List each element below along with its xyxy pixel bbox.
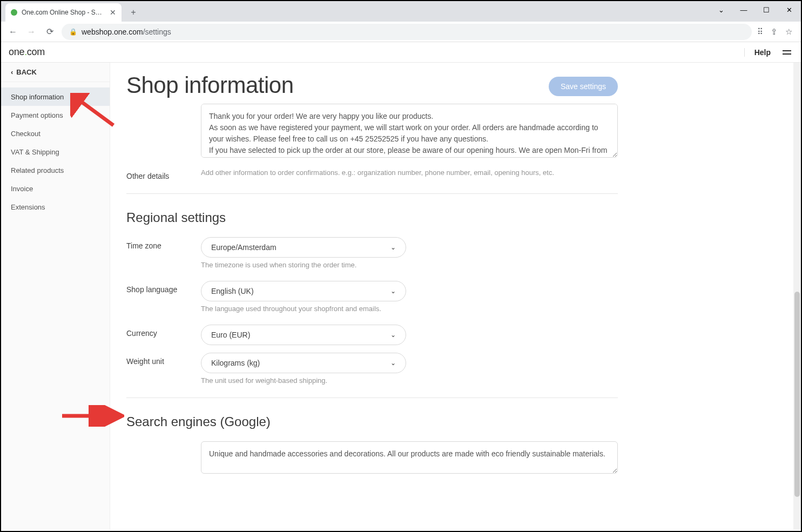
- address-bar-icons: ⠿ ⇪ ☆: [757, 27, 796, 37]
- chevron-down-icon: ⌄: [390, 331, 396, 339]
- maximize-icon[interactable]: ☐: [758, 2, 775, 17]
- tab-bar: One.com Online Shop - Settings ✕ + ⌄ — ☐…: [1, 1, 801, 22]
- seo-description-textarea[interactable]: [201, 441, 618, 474]
- help-link[interactable]: Help: [744, 48, 771, 57]
- chevron-down-icon: ⌄: [390, 359, 396, 367]
- logo[interactable]: one.com: [9, 46, 45, 58]
- save-settings-button[interactable]: Save settings: [549, 77, 618, 96]
- reload-icon[interactable]: ⟳: [43, 25, 56, 38]
- annotation-arrow-top: [70, 93, 119, 131]
- url-input[interactable]: 🔒 webshop.one.com/settings: [62, 24, 752, 40]
- page-title: Shop information: [126, 72, 294, 98]
- hamburger-icon[interactable]: [783, 50, 791, 55]
- window-controls: ⌄ — ☐ ✕: [712, 1, 798, 18]
- back-icon[interactable]: ←: [6, 25, 19, 38]
- svg-line-1: [77, 98, 113, 125]
- language-label: Shop language: [126, 281, 201, 294]
- url-domain: webshop.one.com: [82, 28, 143, 36]
- section-divider: [126, 193, 618, 194]
- lock-icon: 🔒: [69, 28, 77, 36]
- sidebar-item-invoice[interactable]: Invoice: [1, 179, 110, 198]
- browser-tab[interactable]: One.com Online Shop - Settings ✕: [5, 3, 122, 22]
- other-details-placeholder: Add other information to order confirmat…: [201, 169, 554, 177]
- browser-chrome: One.com Online Shop - Settings ✕ + ⌄ — ☐…: [1, 1, 801, 42]
- translate-icon[interactable]: ⠿: [757, 27, 763, 37]
- language-helper: The language used throughout your shopfr…: [201, 305, 618, 313]
- timezone-select[interactable]: Europe/Amsterdam ⌄: [201, 237, 406, 258]
- minimize-icon[interactable]: —: [735, 2, 752, 17]
- main-layout: ‹ BACK Shop information Payment options …: [1, 63, 801, 530]
- sidebar-item-related-products[interactable]: Related products: [1, 161, 110, 179]
- tab-close-icon[interactable]: ✕: [110, 8, 116, 17]
- timezone-helper: The timezone is used when storing the or…: [201, 261, 618, 269]
- new-tab-button[interactable]: +: [126, 5, 141, 20]
- section-divider: [126, 398, 618, 398]
- chevron-down-icon[interactable]: ⌄: [712, 2, 730, 17]
- app-header: one.com Help: [1, 42, 801, 63]
- url-path: /settings: [143, 28, 171, 36]
- content: Shop information Save settings Other det…: [110, 63, 801, 530]
- weight-helper: The unit used for weight-based shipping.: [201, 376, 618, 385]
- share-icon[interactable]: ⇪: [771, 27, 778, 37]
- regional-settings-heading: Regional settings: [126, 210, 618, 225]
- seo-heading: Search engines (Google): [126, 414, 618, 429]
- weight-select[interactable]: Kilograms (kg) ⌄: [201, 353, 406, 373]
- bookmark-icon[interactable]: ☆: [785, 27, 792, 37]
- scrollbar-thumb[interactable]: [794, 292, 800, 497]
- scrollbar-track[interactable]: [793, 63, 801, 530]
- timezone-label: Time zone: [126, 237, 201, 250]
- back-link[interactable]: ‹ BACK: [1, 63, 110, 82]
- forward-icon[interactable]: →: [25, 25, 38, 38]
- close-window-icon[interactable]: ✕: [780, 2, 798, 17]
- tab-title: One.com Online Shop - Settings: [22, 9, 105, 16]
- currency-select[interactable]: Euro (EUR) ⌄: [201, 325, 406, 345]
- language-select[interactable]: English (UK) ⌄: [201, 281, 406, 301]
- tab-favicon: [11, 9, 17, 16]
- address-bar: ← → ⟳ 🔒 webshop.one.com/settings ⠿ ⇪ ☆: [1, 22, 801, 42]
- chevron-down-icon: ⌄: [390, 244, 396, 251]
- weight-label: Weight unit: [126, 353, 201, 366]
- confirmation-message-textarea[interactable]: [201, 104, 618, 158]
- sidebar: ‹ BACK Shop information Payment options …: [1, 63, 110, 530]
- sidebar-item-vat-shipping[interactable]: VAT & Shipping: [1, 143, 110, 161]
- currency-label: Currency: [126, 325, 201, 338]
- chevron-down-icon: ⌄: [390, 287, 396, 295]
- annotation-arrow-bottom: [59, 405, 124, 427]
- sidebar-item-extensions[interactable]: Extensions: [1, 198, 110, 216]
- other-details-label: Other details: [126, 167, 201, 180]
- chevron-left-icon: ‹: [11, 68, 13, 76]
